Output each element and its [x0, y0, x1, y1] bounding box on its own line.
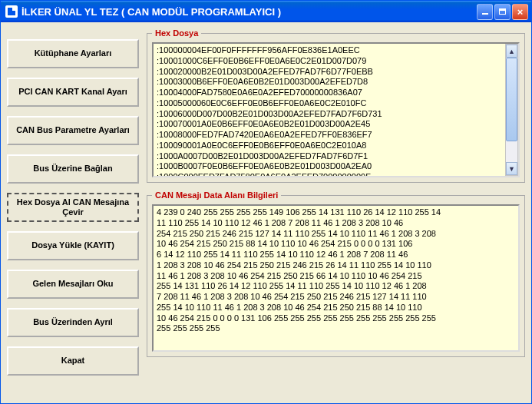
minimize-button[interactable]: [477, 4, 493, 20]
sidebar-button-5[interactable]: Dosya Yükle (KAYIT): [7, 231, 139, 260]
scroll-up-icon[interactable]: ▲: [506, 45, 517, 58]
sidebar-button-2[interactable]: CAN Bus Parametre Ayarları: [7, 116, 139, 145]
app-icon: [5, 5, 18, 18]
maximize-button[interactable]: [494, 4, 511, 20]
sidebar-button-8[interactable]: Kapat: [7, 346, 139, 376]
can-data-panel: CAN Mesajı Data Alanı Bilgileri 4 239 0 …: [147, 190, 525, 357]
hex-file-panel: Hex Dosya :100000004EF00F0FFFFFFF956AFF0…: [147, 28, 525, 183]
sidebar-button-6[interactable]: Gelen Mesajları Oku: [7, 270, 139, 299]
hex-scrollbar[interactable]: ▲ ▼: [505, 44, 518, 176]
titlebar: İLKER ÜNAL YL TEZ ( CAN MODÜL PROGRAMLAY…: [1, 1, 531, 22]
hex-file-textbox[interactable]: :100000004EF00F0FFFFFFF956AFF0E836E1A0EE…: [152, 42, 520, 177]
sidebar-button-1[interactable]: PCI CAN KART Kanal Ayarı: [7, 78, 139, 107]
scroll-down-icon[interactable]: ▼: [506, 162, 517, 175]
hex-file-legend: Hex Dosya: [152, 28, 201, 38]
can-data-textbox[interactable]: 4 239 0 240 255 255 255 255 149 106 255 …: [152, 204, 520, 352]
scroll-thumb[interactable]: [506, 58, 517, 141]
sidebar-button-4[interactable]: Hex Dosya Al CAN Mesajına Çevir: [7, 193, 139, 222]
close-button[interactable]: ×: [512, 4, 528, 20]
sidebar-button-7[interactable]: Bus Üzerinden Ayrıl: [7, 308, 139, 337]
sidebar-button-0[interactable]: Kütüphane Ayarları: [7, 39, 139, 68]
sidebar: Kütüphane AyarlarıPCI CAN KART Kanal Aya…: [7, 28, 139, 397]
window-title: İLKER ÜNAL YL TEZ ( CAN MODÜL PROGRAMLAY…: [21, 6, 477, 18]
can-data-legend: CAN Mesajı Data Alanı Bilgileri: [152, 190, 281, 200]
sidebar-button-3[interactable]: Bus Üzerine Bağlan: [7, 154, 139, 184]
scroll-track[interactable]: [506, 58, 517, 162]
